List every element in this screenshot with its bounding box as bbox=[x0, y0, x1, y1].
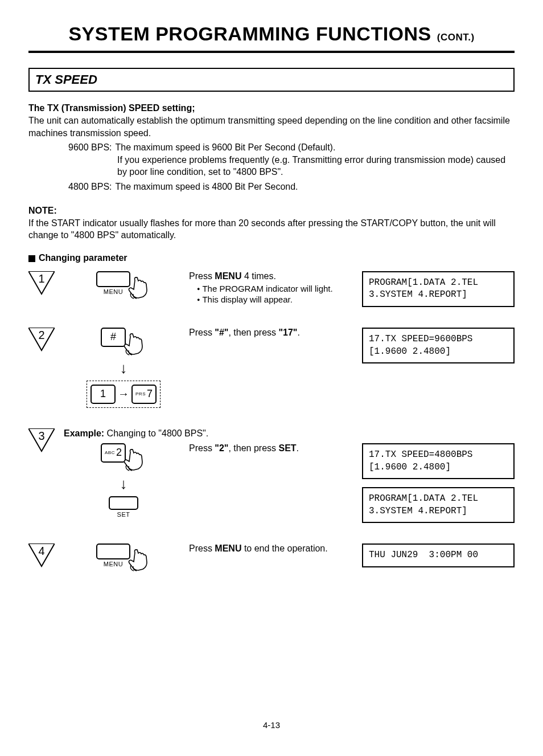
note-text: If the START indicator usually flashes f… bbox=[28, 217, 515, 242]
step3-instr: Press "2", then press SET. bbox=[189, 443, 355, 453]
title-cont: (CONT.) bbox=[437, 32, 475, 43]
note-head: NOTE: bbox=[28, 206, 515, 216]
key-set-label: SET bbox=[109, 511, 138, 518]
lcd-step3b: PROGRAM[1.DATA 2.TEL 3.SYSTEM 4.REPORT] bbox=[362, 487, 515, 523]
hand-icon bbox=[127, 277, 151, 300]
bps-4800: 4800 BPS: The maximum speed is 4800 Bit … bbox=[68, 181, 515, 193]
step-badge-3: 3 bbox=[28, 428, 55, 453]
title-rule bbox=[28, 51, 515, 53]
step4-action: MENU bbox=[64, 543, 183, 572]
step2-instr: Press "#", then press "17". bbox=[189, 328, 355, 338]
step-badge-4: 4 bbox=[28, 543, 55, 569]
step-2: 2 # ↓ 1 → PRS7 Press "#", then press "17… bbox=[28, 328, 515, 408]
p1: The unit can automatically establish the… bbox=[28, 115, 515, 139]
hand-icon bbox=[122, 333, 146, 356]
step-badge-2: 2 bbox=[28, 328, 55, 353]
lcd-step2: 17.TX SPEED=9600BPS [1.9600 2.4800] bbox=[362, 328, 515, 363]
step3-example: Example: Changing to "4800 BPS". bbox=[64, 428, 515, 439]
key-menu bbox=[96, 271, 130, 287]
bps2-l1: The maximum speed is 4800 Bit Per Second… bbox=[116, 181, 298, 193]
hand-icon bbox=[122, 449, 146, 472]
key-set bbox=[109, 496, 138, 510]
step-4: 4 MENU Press MENU to end the operation. … bbox=[28, 543, 515, 572]
step1-action: MENU bbox=[64, 271, 183, 300]
step-3: 3 Example: Changing to "4800 BPS". ABC2 … bbox=[28, 428, 515, 523]
step1-instr: Press MENU 4 times. bbox=[189, 271, 355, 281]
step3-action: ABC2 ↓ SET bbox=[64, 443, 183, 523]
bps-9600: 9600 BPS: The maximum speed is 9600 Bit … bbox=[68, 141, 515, 154]
section-title: TX SPEED bbox=[35, 72, 508, 87]
sub1: The TX (Transmission) SPEED setting; bbox=[28, 103, 515, 113]
step1-note2: This display will appear. bbox=[197, 294, 355, 305]
page-number: 4-13 bbox=[28, 720, 515, 730]
bps1-l1: The maximum speed is 9600 Bit Per Second… bbox=[116, 141, 336, 154]
key-menu-label: MENU bbox=[96, 288, 130, 295]
step-badge-1: 1 bbox=[28, 271, 55, 296]
changing-param: Changing parameter bbox=[28, 253, 515, 263]
key-group-17: 1 → PRS7 bbox=[87, 381, 161, 408]
arrow-down-icon: ↓ bbox=[120, 359, 127, 377]
page-title: SYSTEM PROGRAMMING FUNCTIONS (CONT.) bbox=[28, 23, 515, 45]
arrow-right-icon: → bbox=[118, 387, 129, 401]
title-main: SYSTEM PROGRAMMING FUNCTIONS bbox=[68, 23, 437, 44]
step-1: 1 MENU Press MENU 4 times. The PROGRAM i… bbox=[28, 271, 515, 307]
lcd-step4: THU JUN29 3:00PM 00 bbox=[362, 543, 515, 567]
key-menu bbox=[96, 543, 130, 559]
section-heading-box: TX SPEED bbox=[28, 68, 515, 92]
key-7: PRS7 bbox=[131, 385, 157, 404]
step1-note1: The PROGRAM indicator will light. bbox=[197, 283, 355, 295]
key-1: 1 bbox=[90, 385, 116, 404]
arrow-down-icon: ↓ bbox=[120, 475, 127, 493]
lcd-step1: PROGRAM[1.DATA 2.TEL 3.SYSTEM 4.REPORT] bbox=[362, 271, 515, 307]
key-menu-label: MENU bbox=[96, 561, 130, 567]
bps2-label: 4800 BPS: bbox=[68, 181, 112, 193]
step2-action: # ↓ 1 → PRS7 bbox=[64, 328, 183, 408]
bps1-l2: If you experience problems frequently (e… bbox=[117, 154, 515, 178]
bullet-icon bbox=[28, 255, 35, 262]
bps1-label: 9600 BPS: bbox=[68, 141, 112, 154]
step4-instr: Press MENU to end the operation. bbox=[189, 543, 355, 554]
hand-icon bbox=[127, 549, 151, 572]
lcd-step3a: 17.TX SPEED=4800BPS [1.9600 2.4800] bbox=[362, 443, 515, 479]
